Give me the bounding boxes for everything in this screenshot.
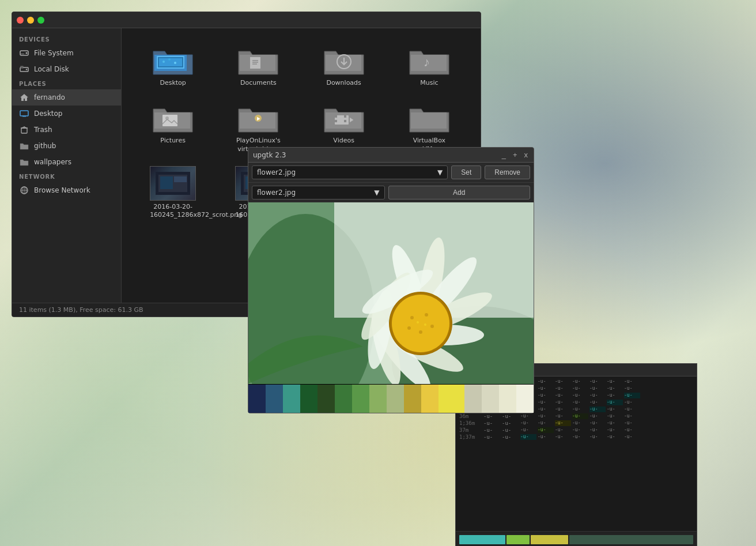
titlebar-controls [17,17,44,24]
dropdown2-arrow: ▼ [374,189,379,197]
file-item-desktop[interactable]: Desktop [133,40,213,92]
palette-color-4 [300,385,317,413]
svg-point-73 [430,325,434,328]
sidebar-item-github[interactable]: github [12,138,121,154]
close-button[interactable] [17,17,24,24]
remove-button[interactable]: Remove [485,165,530,179]
sidebar-label-file-system: File System [34,49,74,57]
music-label: Music [420,79,438,87]
sidebar-label-trash: Trash [34,126,52,134]
svg-text:♪: ♪ [424,55,430,69]
home-icon [19,92,29,103]
sidebar: DEVICES File System Local Disk PLACES fe… [12,28,122,303]
svg-rect-6 [20,111,28,116]
svg-rect-45 [411,112,447,129]
sidebar-item-local-disk[interactable]: Local Disk [12,61,121,77]
palette-color-10 [404,385,421,413]
palette-color-11 [421,385,439,413]
svg-point-23 [174,62,176,64]
svg-point-77 [424,323,426,326]
virtualbox-folder-icon [409,102,450,134]
svg-rect-2 [21,54,24,54]
svg-point-75 [407,326,411,330]
dropdown1-arrow: ▼ [437,168,443,176]
videos-folder-icon [323,102,365,134]
palette-color-13 [464,385,482,413]
status-seg-teal [459,535,505,544]
svg-rect-20 [159,58,182,66]
trash-icon [19,125,29,135]
upgtk-dialog: upgtk 2.3 _ + x flower2.jpg ▼ Set Remove… [248,147,534,413]
palette-color-15 [499,385,516,413]
playonlinux-folder-icon [237,102,279,134]
file-item-documents[interactable]: Documents [218,40,298,92]
dialog-close-button[interactable]: x [523,150,530,159]
svg-point-22 [168,58,171,61]
file-item-music[interactable]: ♪ Music [390,40,469,92]
dialog-maximize-button[interactable]: + [512,150,519,159]
svg-point-74 [419,330,422,334]
sidebar-item-browse-network[interactable]: Browse Network [12,182,121,198]
file-item-pictures[interactable]: Pictures [133,97,213,158]
sidebar-label-desktop: Desktop [34,110,63,118]
terminal-status-bar [459,535,693,544]
svg-point-72 [425,313,428,317]
svg-rect-25 [250,57,260,69]
desktop-label: Desktop [160,79,186,87]
status-seg-yellow [531,535,568,544]
svg-rect-35 [162,115,177,126]
svg-rect-4 [21,66,23,68]
svg-rect-8 [21,128,27,133]
sidebar-item-fernando[interactable]: fernando [12,89,121,106]
documents-label: Documents [240,79,277,87]
svg-point-1 [26,52,28,54]
network-icon [19,185,29,195]
places-section-label: PLACES [12,77,121,89]
sidebar-item-file-system[interactable]: File System [12,45,121,61]
add-button[interactable]: Add [388,186,531,199]
folder-icon-wallpapers [19,157,29,167]
svg-rect-41 [335,115,337,118]
dialog-image [248,202,534,384]
drive-icon [19,48,29,58]
wallpaper-dropdown-1[interactable]: flower2.jpg ▼ [252,165,448,179]
svg-point-70 [392,295,449,352]
status-seg-dark [569,535,693,544]
file-item-screenshot1[interactable]: 2016-03-20-160245_1286x872_scrot.png [133,164,213,222]
folder-icon-github [19,141,29,151]
palette-color-7 [352,385,369,413]
maximize-button[interactable] [37,17,44,24]
set-button[interactable]: Set [451,165,481,179]
svg-rect-42 [335,120,337,122]
terminal-statusbar [456,531,697,546]
sidebar-item-desktop[interactable]: Desktop [12,106,121,122]
documents-folder-icon [237,44,279,77]
screenshot1-thumbnail [150,166,196,201]
network-section-label: NETWORK [12,170,121,182]
sidebar-label-github: github [34,142,56,150]
color-palette [248,384,534,413]
palette-color-2 [266,385,283,413]
sidebar-label-browse-network: Browse Network [34,186,90,194]
dialog-minimize-button[interactable]: _ [501,150,507,159]
wallpaper-dropdown-2[interactable]: flower2.jpg ▼ [252,186,385,199]
pictures-label: Pictures [160,137,186,145]
svg-rect-7 [22,116,26,117]
sidebar-item-trash[interactable]: Trash [12,122,121,138]
file-item-downloads[interactable]: Downloads [304,40,384,92]
palette-color-16 [516,385,534,413]
disk-icon [19,64,29,74]
devices-section-label: DEVICES [12,33,121,45]
desktop-folder-icon [152,44,194,77]
sidebar-label-local-disk: Local Disk [34,65,69,73]
screenshot1-label: 2016-03-20-160245_1286x872_scrot.png [150,203,196,220]
svg-point-5 [26,69,27,70]
dropdown1-value: flower2.jpg [257,168,296,176]
videos-label: Videos [333,137,354,145]
sidebar-item-wallpapers[interactable]: wallpapers [12,154,121,170]
minimize-button[interactable] [27,17,34,24]
svg-point-76 [417,321,419,323]
dialog-controls: _ + x [501,150,529,159]
dialog-titlebar: upgtk 2.3 _ + x [248,148,534,163]
svg-rect-44 [344,120,346,122]
